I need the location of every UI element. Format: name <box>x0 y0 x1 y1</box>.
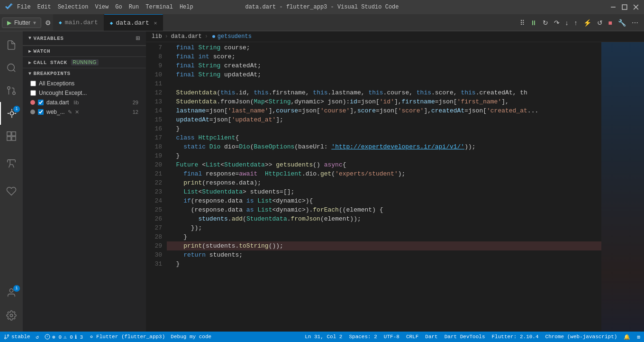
status-cursor[interactable]: Ln 31, Col 2 <box>305 334 342 340</box>
status-debug[interactable]: Flutter (flutter_app3) <box>89 334 165 340</box>
code-line[interactable]: final response=await Httpclient.dio.get(… <box>167 169 601 178</box>
code-line[interactable]: }); <box>167 223 601 232</box>
status-notification[interactable]: 🔔 <box>624 334 630 340</box>
layout-icon[interactable] <box>610 4 617 10</box>
status-encoding[interactable]: UTF-8 <box>384 334 399 340</box>
breakpoint-all-exceptions[interactable]: All Exceptions <box>23 79 146 88</box>
activity-settings[interactable] <box>0 304 23 327</box>
code-line[interactable] <box>167 79 601 88</box>
menu-file[interactable]: File <box>17 4 31 10</box>
code-line[interactable]: print(students.toString()); <box>167 241 601 250</box>
menu-go[interactable]: Go <box>115 4 122 10</box>
code-line[interactable]: Studentdata(this.id, this.firstname, thi… <box>167 88 601 97</box>
breakpoint-web[interactable]: web_... ✎ ✕ 12 <box>23 107 146 117</box>
menu-edit[interactable]: Edit <box>37 4 51 10</box>
code-line[interactable]: updatedAt=json['updated_at']; <box>167 115 601 124</box>
status-devtools[interactable]: Dart DevTools <box>444 334 485 340</box>
code-line[interactable]: } <box>167 151 601 160</box>
menu-selection[interactable]: Selection <box>58 4 89 10</box>
status-language[interactable]: Dart <box>425 334 437 340</box>
code-line[interactable]: Studentdata.fromJson(Map<String,dynamic>… <box>167 97 601 106</box>
activity-account[interactable]: 1 <box>0 281 23 304</box>
bp-checkbox-data[interactable] <box>38 100 44 105</box>
bp-close-icon[interactable]: ✕ <box>75 109 79 115</box>
devtools-button[interactable]: 🔧 <box>616 18 628 28</box>
code-line[interactable]: final String updatedAt; <box>167 70 601 79</box>
restart-button[interactable]: ↺ <box>595 18 605 28</box>
breadcrumb-function[interactable]: getsudents <box>211 33 252 40</box>
menu-terminal[interactable]: Terminal <box>145 4 173 10</box>
status-spaces[interactable]: Spaces: 2 <box>349 334 377 340</box>
code-token: final <box>176 70 195 79</box>
tab-close-button[interactable]: ✕ <box>154 20 157 26</box>
tab-data-dart[interactable]: ◆ data.dart ✕ <box>104 14 163 31</box>
status-debug-label[interactable]: Debug my code <box>171 334 211 340</box>
code-line[interactable]: if(response.data is List<dynamic>){ <box>167 196 601 205</box>
activity-extensions[interactable] <box>0 125 23 148</box>
code-content[interactable]: final String course; final int score; fi… <box>167 42 601 332</box>
bp-edit-icon[interactable]: ✎ <box>68 109 72 115</box>
maximize-icon[interactable] <box>621 4 628 10</box>
callstack-section-header[interactable]: ▶ CALL STACK RUNNING <box>23 57 146 68</box>
menu-help[interactable]: Help <box>180 4 193 10</box>
stop-button[interactable]: ■ <box>607 18 614 28</box>
code-line[interactable]: } <box>167 124 601 133</box>
code-line[interactable]: } <box>167 232 601 241</box>
hot-reload-button[interactable]: ⚡ <box>581 18 593 28</box>
code-line[interactable]: students.add(Studentdata.fromJson(elemen… <box>167 214 601 223</box>
status-chrome[interactable]: Chrome (web-javascript) <box>545 334 617 340</box>
activity-remote[interactable] <box>0 180 23 203</box>
bp-label-all: All Exceptions <box>39 80 74 87</box>
code-line[interactable]: final String course; <box>167 43 601 52</box>
code-line[interactable]: final String createdAt; <box>167 61 601 70</box>
code-line[interactable]: List<Studentdata> students=[]; <box>167 187 601 196</box>
step-out-button[interactable]: ↑ <box>572 18 580 28</box>
activity-explorer[interactable] <box>0 34 23 56</box>
code-line[interactable]: print(response.data); <box>167 178 601 187</box>
status-branch[interactable]: stable <box>4 334 30 340</box>
breadcrumb-lib[interactable]: lib <box>152 33 162 40</box>
activity-scm[interactable] <box>0 79 23 102</box>
breakpoint-data-dart[interactable]: data.dart lib 29 <box>23 98 146 107</box>
pause-button[interactable]: ⏸ <box>528 18 539 28</box>
code-token <box>169 106 176 115</box>
code-line[interactable]: class Httpclient{ <box>167 133 601 142</box>
breakpoints-section-header[interactable]: ▼ BREAKPOINTS <box>23 68 146 79</box>
more-actions-button[interactable]: ⋯ <box>630 18 640 28</box>
status-line-ending[interactable]: CRLF <box>406 334 418 340</box>
settings-icon[interactable]: ⚙ <box>43 18 53 28</box>
variables-section-header[interactable]: ▼ VARIABLES ⊞ <box>23 31 146 46</box>
line-number: 19 <box>146 151 162 160</box>
activity-test[interactable] <box>0 152 23 175</box>
breadcrumb-file[interactable]: data.dart <box>171 33 202 40</box>
step-over-button[interactable]: ↷ <box>552 18 562 28</box>
status-flutter-version[interactable]: Flutter: 2.10.4 <box>492 334 539 340</box>
code-line[interactable]: static Dio dio=Dio(BaseOptions(baseUrl: … <box>167 142 601 151</box>
code-editor[interactable]: 7891011121314151617181920212223242526272… <box>146 42 644 332</box>
menu-view[interactable]: View <box>95 4 109 10</box>
status-sync[interactable]: ↺ <box>36 334 39 340</box>
code-line[interactable]: } <box>167 259 601 268</box>
tab-main-dart[interactable]: ◆ main.dart <box>53 14 104 31</box>
bp-checkbox-web[interactable] <box>38 109 44 115</box>
bp-checkbox-uncaught[interactable] <box>30 90 36 96</box>
continue-button[interactable]: ↻ <box>541 18 550 28</box>
menu-run[interactable]: Run <box>129 4 139 10</box>
code-line[interactable]: final int score; <box>167 52 601 61</box>
activity-search[interactable] <box>0 56 23 79</box>
status-errors[interactable]: ⊗ 0 ⚠ 0 ℹ 3 <box>45 334 83 340</box>
copy-icon[interactable]: ⊞ <box>136 35 140 42</box>
step-into-button[interactable]: ↓ <box>563 18 571 28</box>
code-line[interactable]: lastname=json['last_name'],course=json['… <box>167 106 601 115</box>
code-line[interactable]: Future <List<Studentdata>> getsudents() … <box>167 160 601 169</box>
grid-icon[interactable]: ⠿ <box>518 18 526 28</box>
bp-checkbox-all[interactable] <box>30 81 36 86</box>
breakpoint-uncaught[interactable]: Uncought Except... <box>23 88 146 98</box>
activity-debug[interactable]: 1 <box>0 102 23 125</box>
watch-section-header[interactable]: ▶ WATCH <box>23 46 146 56</box>
code-line[interactable]: return students; <box>167 250 601 259</box>
flutter-run-button[interactable]: ▶ Flutter ▾ <box>2 18 41 28</box>
code-line[interactable]: (response.data as List<dynamic>).forEach… <box>167 205 601 214</box>
status-layout[interactable]: ⊞ <box>637 334 640 340</box>
close-icon[interactable] <box>633 4 639 10</box>
